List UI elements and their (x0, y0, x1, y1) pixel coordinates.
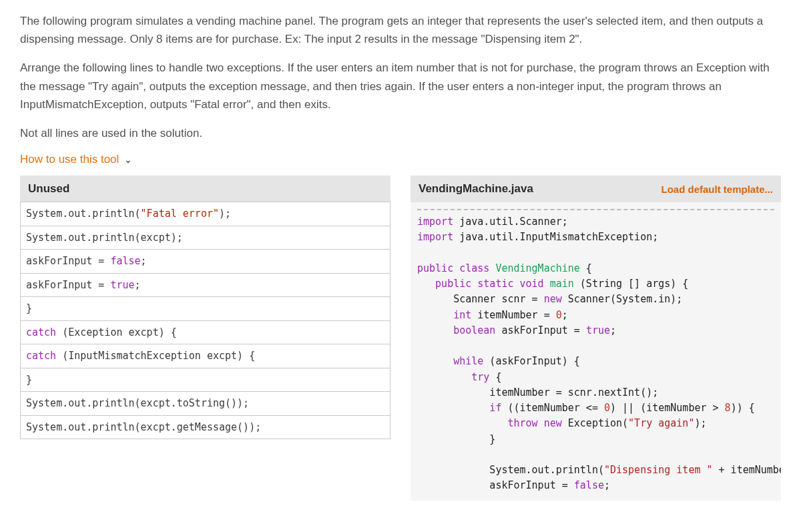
unused-item[interactable]: System.out.println(excpt.getMessage()); (20, 415, 390, 440)
chevron-down-icon: ⌄ (124, 154, 132, 165)
how-to-use-label: How to use this tool (20, 153, 119, 166)
unused-list: System.out.println("Fatal error"); Syste… (20, 202, 390, 439)
code-editor[interactable]: import java.util.Scanner; import java.ut… (411, 202, 781, 501)
unused-panel: Unused System.out.println("Fatal error")… (20, 176, 390, 501)
editor-filename: VendingMachine.java (419, 182, 533, 196)
load-default-template-link[interactable]: Load default template... (661, 184, 773, 195)
unused-item[interactable]: askForInput = false; (20, 249, 390, 274)
code-content: import java.util.Scanner; import java.ut… (411, 214, 781, 494)
editor-header: VendingMachine.java Load default templat… (411, 176, 781, 202)
unused-item[interactable]: catch (Exception excpt) { (20, 320, 390, 345)
how-to-use-toggle[interactable]: How to use this tool ⌄ (20, 153, 132, 166)
unused-item[interactable]: } (20, 368, 390, 392)
unused-item[interactable]: System.out.println(excpt.toString()); (20, 391, 390, 416)
problem-paragraph-3: Not all lines are used in the solution. (20, 124, 781, 142)
unused-item[interactable]: System.out.println("Fatal error"); (20, 202, 390, 226)
problem-paragraph-1: The following program simulates a vendin… (20, 12, 781, 48)
unused-header: Unused (20, 176, 390, 202)
editor-panel: VendingMachine.java Load default templat… (411, 176, 781, 501)
unused-item[interactable]: catch (InputMismatchException excpt) { (20, 344, 390, 368)
drop-target-divider (417, 209, 774, 210)
unused-item[interactable]: System.out.println(excpt); (20, 226, 390, 250)
unused-item[interactable]: askForInput = true; (20, 273, 390, 298)
unused-item[interactable]: } (20, 296, 390, 321)
problem-paragraph-2: Arrange the following lines to handle tw… (20, 59, 781, 113)
unused-header-label: Unused (28, 182, 69, 196)
